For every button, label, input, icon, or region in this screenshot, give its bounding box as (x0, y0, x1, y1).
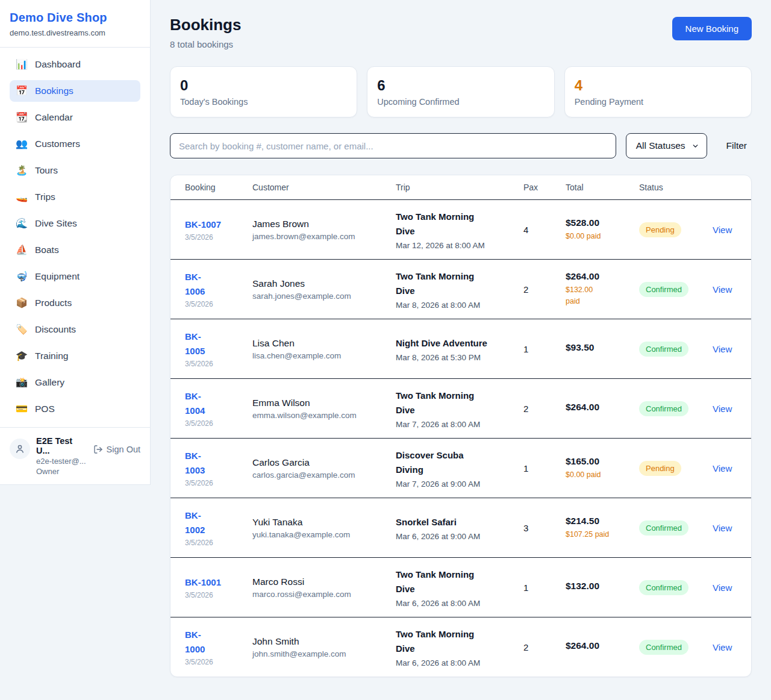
status-badge: Confirmed (639, 342, 688, 357)
sidebar-item-dive-sites[interactable]: 🌊 Dive Sites (10, 213, 140, 234)
sidebar-item-trips[interactable]: 🚤 Trips (10, 186, 140, 208)
view-link[interactable]: View (713, 523, 732, 533)
view-link[interactable]: View (713, 344, 732, 354)
page-title-group: Bookings 8 total bookings (170, 16, 241, 49)
sidebar-item-gallery[interactable]: 📸 Gallery (10, 372, 140, 393)
booking-id-link[interactable]: BK- 1006 (185, 272, 205, 296)
table-body: BK-1007 3/5/2026 James Brown james.brown… (170, 199, 751, 677)
booking-date: 3/5/2026 (185, 479, 245, 487)
paid-amount: $0.00 paid (566, 469, 632, 481)
filter-button[interactable]: Filter (726, 140, 747, 151)
pax-count: 2 (523, 642, 566, 652)
booking-id-link[interactable]: BK- 1003 (185, 451, 205, 475)
trip-name: Discover Scuba Diving (396, 448, 516, 477)
user-box: E2E Test U... e2e-tester@... Owner Sign … (0, 427, 150, 484)
booking-id-link[interactable]: BK-1001 (185, 577, 221, 587)
pax-count: 1 (523, 344, 566, 354)
sidebar-item-tours[interactable]: 🏝️ Tours (10, 160, 140, 181)
status-badge: Confirmed (639, 401, 688, 416)
search-input[interactable] (170, 133, 616, 158)
brand-name: Demo Dive Shop (10, 11, 140, 25)
view-link[interactable]: View (713, 225, 732, 235)
user-icon (14, 443, 25, 454)
trip-date: Mar 12, 2026 at 8:00 AM (396, 241, 516, 250)
sidebar-item-training[interactable]: 🎓 Training (10, 345, 140, 367)
trip-date: Mar 7, 2026 at 8:00 AM (396, 420, 516, 429)
status-badge: Confirmed (639, 520, 688, 536)
paid-amount: $107.25 paid (566, 529, 632, 540)
stat-label: Upcoming Confirmed (377, 97, 544, 107)
table-row: BK- 1006 3/5/2026 Sarah Jones sarah.jone… (170, 259, 751, 319)
sign-out-button[interactable]: Sign Out (93, 445, 140, 454)
sidebar-item-dashboard[interactable]: 📊 Dashboard (10, 54, 140, 75)
customer-name: Carlos Garcia (252, 457, 389, 468)
stat-value: 4 (575, 77, 741, 94)
customer-email: marco.rossi@example.com (252, 590, 389, 599)
booking-id-link[interactable]: BK- 1005 (185, 331, 205, 355)
booking-id-link[interactable]: BK- 1002 (185, 510, 205, 534)
trip-name: Two Tank Morning Dive (396, 269, 516, 298)
status-badge: Pending (639, 461, 681, 476)
table-header: Booking Customer Trip Pax Total Status (170, 175, 751, 199)
trip-date: Mar 6, 2026 at 8:00 AM (396, 658, 516, 667)
status-badge: Pending (639, 222, 681, 237)
booking-date: 3/5/2026 (185, 300, 245, 308)
brand-domain: demo.test.divestreams.com (10, 28, 140, 37)
customer-name: Sarah Jones (252, 278, 389, 289)
table-row: BK- 1002 3/5/2026 Yuki Tanaka yuki.tanak… (170, 498, 751, 557)
booking-id-link[interactable]: BK- 1000 (185, 630, 205, 654)
trip-date: Mar 8, 2026 at 8:00 AM (396, 301, 516, 310)
sign-out-label: Sign Out (107, 445, 140, 454)
pax-count: 2 (523, 284, 566, 295)
speedboat-icon: 🚤 (16, 192, 28, 202)
trip-date: Mar 6, 2026 at 8:00 AM (396, 599, 516, 608)
trip-name: Snorkel Safari (396, 515, 516, 530)
column-header-trip: Trip (396, 183, 523, 192)
user-name: E2E Test U... (36, 436, 87, 455)
user-meta: E2E Test U... e2e-tester@... Owner (36, 436, 87, 476)
customer-email: james.brown@example.com (252, 232, 389, 241)
customer-name: Lisa Chen (252, 338, 389, 349)
booking-date: 3/5/2026 (185, 419, 245, 428)
sidebar-item-products[interactable]: 📦 Products (10, 292, 140, 314)
sidebar-item-customers[interactable]: 👥 Customers (10, 133, 140, 155)
booking-id-link[interactable]: BK-1007 (185, 219, 221, 230)
stat-value: 0 (180, 77, 347, 94)
customer-email: lisa.chen@example.com (252, 351, 389, 360)
status-filter-value: All Statuses (636, 140, 685, 151)
stat-value: 6 (377, 77, 544, 94)
sailboat-icon: ⛵ (16, 245, 28, 255)
total-amount: $264.00 (566, 402, 632, 413)
total-amount: $132.00 (566, 581, 632, 592)
stats-row: 0 Today's Bookings 6 Upcoming Confirmed … (170, 66, 752, 117)
new-booking-button[interactable]: New Booking (672, 17, 752, 40)
trip-name: Two Tank Morning Dive (396, 389, 516, 417)
paid-amount: $0.00 paid (566, 231, 632, 242)
sidebar-item-calendar[interactable]: 📆 Calendar (10, 107, 140, 128)
booking-id-link[interactable]: BK- 1004 (185, 391, 205, 415)
customer-name: Yuki Tanaka (252, 517, 389, 528)
view-link[interactable]: View (713, 463, 732, 473)
column-header-total: Total (566, 183, 639, 192)
customer-name: Marco Rossi (252, 577, 389, 587)
sidebar-item-boats[interactable]: ⛵ Boats (10, 239, 140, 261)
bookings-count: 8 total bookings (170, 39, 241, 49)
sidebar-item-pos[interactable]: 💳 POS (10, 398, 140, 420)
pax-count: 2 (523, 404, 566, 414)
view-link[interactable]: View (713, 642, 732, 652)
sidebar-item-bookings[interactable]: 📅 Bookings (10, 80, 140, 102)
trip-date: Mar 8, 2026 at 5:30 PM (396, 353, 516, 362)
camera-icon: 📸 (16, 378, 28, 387)
view-link[interactable]: View (713, 583, 732, 593)
trip-name: Two Tank Morning Dive (396, 627, 516, 656)
user-role: Owner (36, 467, 87, 476)
stat-label: Today's Bookings (180, 97, 347, 107)
status-filter-select[interactable]: All Statuses (626, 133, 707, 158)
view-link[interactable]: View (713, 404, 732, 414)
bookings-table: Booking Customer Trip Pax Total Status B… (170, 175, 752, 677)
sidebar-item-discounts[interactable]: 🏷️ Discounts (10, 319, 140, 340)
sidebar-item-equipment[interactable]: 🤿 Equipment (10, 266, 140, 287)
view-link[interactable]: View (713, 284, 732, 295)
status-badge: Confirmed (639, 282, 688, 297)
pax-count: 1 (523, 463, 566, 473)
